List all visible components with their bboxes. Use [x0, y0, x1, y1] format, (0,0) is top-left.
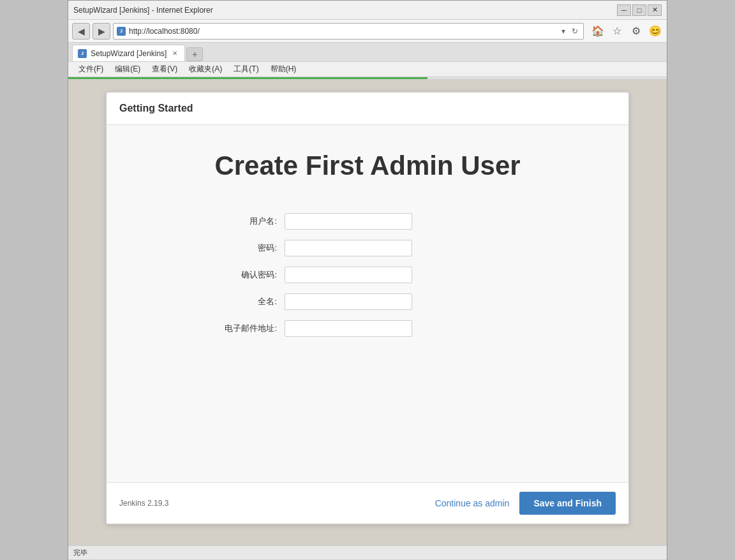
menu-edit[interactable]: 编辑(E) [110, 63, 145, 76]
address-controls: ▾ ↻ [559, 27, 581, 36]
menu-tools[interactable]: 工具(T) [228, 63, 264, 76]
title-bar-text: SetupWizard [Jenkins] - Internet Explore… [73, 6, 213, 15]
status-text: 完毕 [73, 548, 87, 557]
admin-form: 用户名: 密码: 确认密码: 全名: [208, 213, 527, 337]
tab-close-button[interactable]: ✕ [170, 49, 179, 58]
email-input[interactable] [285, 320, 412, 337]
fullname-input[interactable] [285, 293, 412, 310]
content-area: Getting Started Create First Admin User … [68, 79, 667, 560]
fullname-row: 全名: [208, 293, 527, 310]
address-favicon: J [116, 26, 126, 36]
continue-as-admin-button[interactable]: Continue as admin [435, 498, 510, 508]
email-row: 电子邮件地址: [208, 320, 527, 337]
close-button[interactable]: ✕ [648, 4, 662, 16]
tab-setup-wizard[interactable]: J SetupWizard [Jenkins] ✕ [72, 45, 185, 61]
save-and-finish-button[interactable]: Save and Finish [519, 492, 616, 515]
progress-bar-container [68, 77, 667, 79]
favorites-icon[interactable]: ☆ [609, 24, 625, 39]
address-url[interactable]: http://localhost:8080/ [129, 27, 556, 36]
password-label: 密码: [208, 242, 285, 254]
menu-bar: 文件(F) 编辑(E) 查看(V) 收藏夹(A) 工具(T) 帮助(H) [68, 62, 667, 77]
tab-favicon: J [78, 49, 87, 58]
address-search-button[interactable]: ▾ [559, 27, 568, 36]
menu-view[interactable]: 查看(V) [147, 63, 182, 76]
username-label: 用户名: [208, 216, 285, 227]
maximize-button[interactable]: □ [632, 4, 646, 16]
user-icon[interactable]: 😊 [648, 24, 663, 39]
password-row: 密码: [208, 240, 527, 256]
dialog-body: Create First Admin User 用户名: 密码: 确认密码 [107, 125, 628, 482]
confirm-password-input[interactable] [285, 267, 412, 283]
address-bar: J http://localhost:8080/ ▾ ↻ [113, 23, 584, 40]
forward-button[interactable]: ▶ [93, 23, 110, 40]
new-tab-button[interactable]: + [186, 47, 203, 61]
getting-started-label: Getting Started [119, 103, 193, 114]
tab-label: SetupWizard [Jenkins] [91, 49, 167, 58]
email-label: 电子邮件地址: [208, 323, 285, 334]
version-text: Jenkins 2.19.3 [119, 499, 168, 508]
back-button[interactable]: ◀ [72, 23, 90, 40]
settings-icon[interactable]: ⚙ [628, 24, 644, 39]
window-controls: ─ □ ✕ [617, 4, 662, 16]
confirm-password-label: 确认密码: [208, 269, 285, 281]
username-row: 用户名: [208, 213, 527, 230]
minimize-button[interactable]: ─ [617, 4, 631, 16]
browser-icons: 🏠 ☆ ⚙ 😊 [590, 24, 663, 39]
fullname-label: 全名: [208, 296, 285, 307]
dialog-card: Getting Started Create First Admin User … [106, 92, 629, 524]
status-bar: 完毕 [68, 545, 667, 559]
title-bar: SetupWizard [Jenkins] - Internet Explore… [68, 1, 667, 20]
tab-bar: J SetupWizard [Jenkins] ✕ + [68, 43, 667, 62]
progress-bar [68, 77, 427, 79]
password-input[interactable] [285, 240, 412, 256]
confirm-password-row: 确认密码: [208, 267, 527, 283]
navigation-bar: ◀ ▶ J http://localhost:8080/ ▾ ↻ 🏠 ☆ ⚙ 😊 [68, 20, 667, 43]
page-title: Create First Admin User [145, 151, 590, 181]
dialog-footer: Jenkins 2.19.3 Continue as admin Save an… [107, 482, 628, 524]
menu-file[interactable]: 文件(F) [73, 63, 108, 76]
address-refresh-button[interactable]: ↻ [569, 27, 581, 36]
menu-help[interactable]: 帮助(H) [265, 63, 302, 76]
menu-favorites[interactable]: 收藏夹(A) [184, 63, 227, 76]
dialog-header: Getting Started [107, 92, 628, 125]
home-icon[interactable]: 🏠 [590, 24, 605, 39]
username-input[interactable] [285, 213, 412, 230]
footer-actions: Continue as admin Save and Finish [435, 492, 616, 515]
